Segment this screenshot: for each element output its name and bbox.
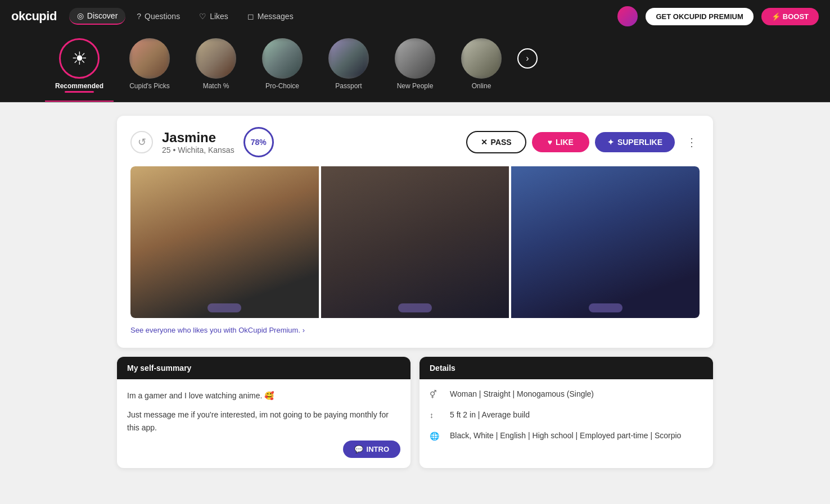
messages-icon: ◻ [247, 12, 254, 21]
self-summary-body: Im a gamer and I love watching anime. 🥰 … [117, 379, 411, 468]
top-navigation: okcupid ◎ Discover ? Questions ♡ Likes ◻… [0, 0, 830, 33]
category-recommended[interactable]: ☀ Recommended [45, 38, 114, 102]
details-body: ⚥ Woman | Straight | Monogamous (Single)… [419, 379, 713, 454]
category-passport[interactable]: Passport [318, 38, 379, 98]
category-new-people[interactable]: New People [385, 38, 445, 98]
match-percent-circle: 78% [243, 127, 274, 157]
self-summary-text-2: Just message me if you're interested, im… [127, 408, 400, 434]
profile-age-location: 25 • Wichita, Kansas [162, 146, 234, 155]
logo: okcupid [11, 9, 57, 24]
photos-row [130, 166, 700, 318]
profile-header: ↺ Jasmine 25 • Wichita, Kansas 78% ✕ PAS… [130, 127, 700, 157]
photo-1-label [208, 303, 241, 312]
boost-icon: ⚡ [772, 12, 781, 21]
profile-name: Jasmine [162, 130, 234, 146]
chevron-right-icon: › [526, 53, 529, 63]
boost-button[interactable]: ⚡ BOOST [761, 8, 819, 25]
photo-2-label [398, 303, 432, 312]
height-icon: ↕ [430, 411, 442, 423]
category-bar: ☀ Recommended Cupid's Picks Match % Pro-… [0, 33, 830, 102]
online-image [461, 38, 502, 79]
heart-icon: ♥ [548, 138, 552, 147]
details-header: Details [419, 357, 713, 379]
cupids-picks-image [129, 38, 170, 79]
chat-icon: 💬 [354, 445, 363, 453]
recommended-icon-image: ☀ [59, 38, 100, 79]
avatar[interactable] [617, 6, 638, 26]
action-buttons: ✕ PASS ♥ LIKE ✦ SUPERLIKE [466, 131, 675, 153]
photo-3-label [589, 303, 622, 312]
likes-icon: ♡ [199, 12, 206, 21]
nav-likes[interactable]: ♡ Likes [191, 8, 236, 24]
match-image [196, 38, 236, 79]
category-cupids-picks[interactable]: Cupid's Picks [119, 38, 180, 98]
self-summary-text-1: Im a gamer and I love watching anime. 🥰 [127, 389, 400, 402]
superlike-icon: ✦ [607, 138, 614, 147]
pass-button[interactable]: ✕ PASS [466, 131, 526, 153]
photo-3[interactable] [511, 166, 700, 318]
category-pro-choice[interactable]: Pro-Choice [252, 38, 313, 98]
get-premium-button[interactable]: GET OKCUPID PREMIUM [646, 8, 753, 25]
premium-cta-link[interactable]: See everyone who likes you with OkCupid … [130, 326, 700, 334]
category-match[interactable]: Match % [186, 38, 246, 98]
detail-item-ethnicity: 🌐 Black, White | English | High school |… [430, 431, 703, 444]
intro-button[interactable]: 💬 INTRO [343, 441, 400, 458]
category-online[interactable]: Online [451, 38, 512, 98]
photo-2[interactable] [321, 166, 509, 318]
photo-1[interactable] [130, 166, 319, 318]
x-icon: ✕ [481, 138, 488, 147]
passport-image [328, 38, 369, 79]
self-summary-header: My self-summary [117, 357, 411, 379]
gender-icon: ⚥ [430, 390, 442, 402]
like-button[interactable]: ♥ LIKE [532, 132, 589, 152]
sections-row: My self-summary Im a gamer and I love wa… [117, 357, 713, 468]
globe-icon: 🌐 [430, 432, 442, 444]
more-options-button[interactable]: ⋮ [684, 133, 700, 151]
discover-icon: ◎ [77, 11, 84, 20]
category-next-button[interactable]: › [517, 48, 538, 69]
self-summary-card: My self-summary Im a gamer and I love wa… [117, 357, 411, 468]
nav-messages[interactable]: ◻ Messages [240, 8, 301, 24]
detail-item-gender: ⚥ Woman | Straight | Monogamous (Single) [430, 389, 703, 402]
nav-questions[interactable]: ? Questions [129, 8, 188, 24]
undo-button[interactable]: ↺ [130, 131, 153, 153]
questions-icon: ? [137, 12, 141, 21]
undo-icon: ↺ [138, 136, 146, 148]
detail-item-height: ↕ 5 ft 2 in | Average build [430, 410, 703, 423]
profile-card: ↺ Jasmine 25 • Wichita, Kansas 78% ✕ PAS… [117, 116, 713, 348]
profile-info: Jasmine 25 • Wichita, Kansas [162, 130, 234, 155]
nav-discover[interactable]: ◎ Discover [69, 8, 125, 25]
pro-choice-image [262, 38, 303, 79]
main-content: ↺ Jasmine 25 • Wichita, Kansas 78% ✕ PAS… [106, 116, 724, 468]
details-card: Details ⚥ Woman | Straight | Monogamous … [419, 357, 713, 468]
details-list: ⚥ Woman | Straight | Monogamous (Single)… [430, 389, 703, 444]
superlike-button[interactable]: ✦ SUPERLIKE [595, 132, 675, 152]
new-people-image [395, 38, 435, 79]
